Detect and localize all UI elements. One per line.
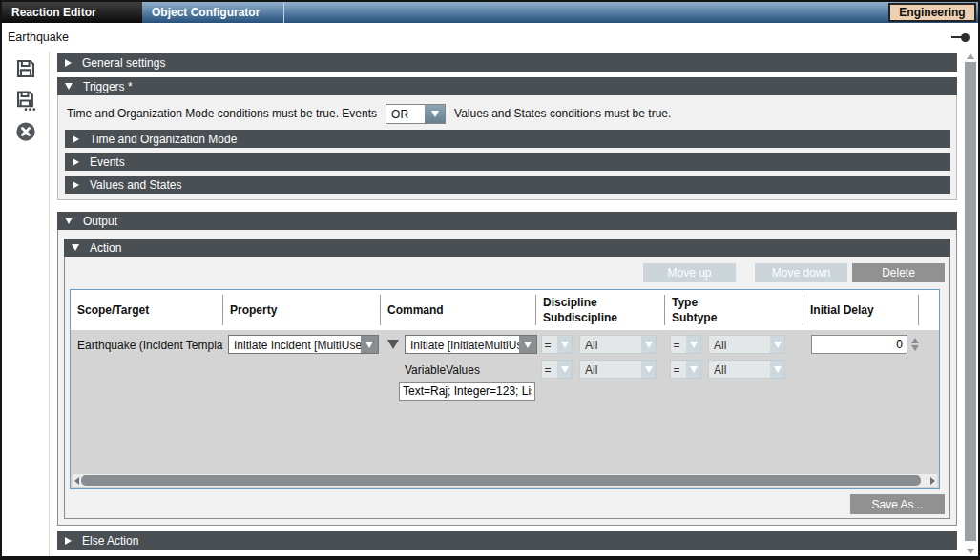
horizontal-scroll-thumb[interactable]	[81, 475, 921, 486]
dropdown-arrow-icon	[641, 361, 656, 378]
discard-button[interactable]	[14, 120, 37, 143]
section-header-values-and-states[interactable]: Values and States	[65, 176, 950, 194]
type-operator-dropdown[interactable]: =	[670, 335, 701, 354]
spinner-up-icon	[911, 338, 919, 343]
output-body: Action Move up Move down Delete Scope/Ta…	[57, 230, 957, 526]
command-dropdown[interactable]: Initiate [InitiateMultiUse	[405, 335, 537, 354]
floppy-disk-icon	[15, 58, 36, 79]
action-body: Move up Move down Delete Scope/Target	[64, 257, 950, 519]
dropdown-value: All	[580, 361, 641, 378]
section-header-else-action[interactable]: Else Action	[57, 531, 957, 550]
variable-type-value-dropdown[interactable]: All	[708, 360, 785, 379]
variable-values-input[interactable]	[399, 382, 535, 401]
discipline-operator-dropdown[interactable]: =	[541, 335, 573, 354]
tab-object-configurator[interactable]: Object Configurator	[142, 2, 284, 23]
column-header-filler	[919, 290, 939, 330]
command-expander-icon[interactable]	[387, 340, 399, 349]
trigger-condition-row: Time and Organization Mode conditions mu…	[67, 103, 950, 124]
section-label: Events	[90, 156, 125, 169]
move-down-button[interactable]: Move down	[755, 263, 847, 282]
dropdown-arrow-icon	[425, 105, 445, 123]
dropdown-value: All	[709, 336, 770, 353]
variable-discipline-value-dropdown[interactable]: All	[579, 360, 657, 379]
action-table-subrow: VariableValues = All	[71, 360, 939, 379]
section-label: Output	[83, 215, 117, 228]
vertical-scrollbar[interactable]	[963, 52, 978, 556]
section-label: Action	[90, 241, 121, 255]
horizontal-scrollbar[interactable]	[73, 474, 937, 487]
triangle-down-icon	[65, 83, 73, 90]
object-name: Earthquake	[8, 31, 69, 44]
dropdown-arrow-icon	[686, 336, 700, 353]
dropdown-arrow-icon	[686, 361, 700, 378]
variable-discipline-operator-dropdown[interactable]: =	[541, 360, 573, 379]
delete-button[interactable]: Delete	[852, 263, 945, 282]
action-table-row[interactable]: Earthquake (Incident Template) Initiate …	[71, 335, 939, 354]
dropdown-arrow-icon	[519, 336, 536, 353]
column-header-type: Type Subtype	[665, 290, 803, 330]
section-label: Else Action	[82, 534, 138, 548]
scroll-up-icon[interactable]	[967, 53, 974, 59]
events-operator-dropdown[interactable]: OR	[386, 104, 446, 124]
circle-x-icon	[15, 121, 36, 142]
section-label: Time and Organization Mode	[90, 133, 237, 146]
save-as-button[interactable]	[14, 89, 37, 112]
section-header-action[interactable]: Action	[64, 239, 950, 257]
property-dropdown[interactable]: Initiate Incident [MultiUse	[228, 335, 379, 354]
engineering-mode-button[interactable]: Engineering	[888, 3, 976, 22]
save-button[interactable]	[14, 57, 37, 80]
dropdown-value: =	[542, 336, 557, 353]
column-header-discipline: Discipline Subdiscipline	[536, 290, 665, 330]
section-header-triggers[interactable]: Triggers *	[57, 77, 957, 95]
variable-type-operator-dropdown[interactable]: =	[670, 360, 701, 379]
triangle-right-icon	[73, 135, 79, 143]
dropdown-arrow-icon	[641, 336, 656, 353]
save-as-action-button[interactable]: Save As...	[850, 494, 945, 514]
section-header-general-settings[interactable]: General settings	[57, 53, 957, 72]
condition-text-before: Time and Organization Mode conditions mu…	[67, 107, 377, 120]
content-area: General settings Triggers * Time and Org…	[2, 52, 978, 556]
tab-reaction-editor[interactable]: Reaction Editor	[2, 2, 142, 23]
tab-label: Object Configurator	[152, 6, 260, 19]
triangle-right-icon	[65, 537, 72, 545]
type-value-dropdown[interactable]: All	[708, 335, 785, 354]
triangle-down-icon	[72, 244, 79, 251]
dropdown-value: OR	[386, 105, 425, 123]
section-header-events[interactable]: Events	[65, 153, 950, 171]
scope-target-cell: Earthquake (Incident Template)	[71, 335, 223, 352]
triggers-body: Time and Organization Mode conditions mu…	[57, 95, 957, 200]
column-header-initial-delay: Initial Delay	[803, 290, 919, 330]
scroll-right-icon[interactable]	[930, 477, 935, 485]
initial-delay-input[interactable]	[811, 335, 907, 354]
pin-icon[interactable]	[951, 33, 970, 42]
column-header-command: Command	[381, 290, 536, 330]
column-header-scope-target: Scope/Target	[71, 290, 223, 330]
section-header-time-organization-mode[interactable]: Time and Organization Mode	[65, 130, 950, 148]
vertical-scroll-thumb[interactable]	[965, 62, 976, 541]
title-row: Earthquake	[2, 23, 978, 52]
scroll-left-icon[interactable]	[74, 477, 79, 485]
triangle-right-icon	[65, 59, 72, 67]
variable-values-label: VariableValues	[381, 360, 536, 377]
triangle-down-icon	[65, 218, 73, 224]
scroll-down-icon[interactable]	[967, 549, 974, 554]
tab-bar-spacer	[284, 2, 888, 23]
discipline-value-dropdown[interactable]: All	[579, 335, 657, 354]
dropdown-value: =	[671, 361, 686, 378]
dropdown-value: =	[542, 361, 557, 378]
initial-delay-spinner[interactable]	[908, 335, 921, 351]
section-label: Values and States	[90, 178, 182, 192]
floppy-disk-ellipsis-icon	[15, 90, 36, 111]
section-label: General settings	[82, 56, 165, 70]
left-toolbar	[2, 52, 50, 556]
move-up-button[interactable]: Move up	[643, 263, 736, 282]
tab-label: Reaction Editor	[11, 6, 96, 19]
action-table: Scope/Target Property Command	[70, 289, 940, 489]
condition-text-after: Values and States conditions must be tru…	[454, 107, 671, 120]
horizontal-scroll-track[interactable]	[81, 475, 928, 486]
section-label: Triggers *	[83, 80, 133, 93]
action-table-header: Scope/Target Property Command	[71, 290, 939, 330]
dropdown-value: All	[709, 361, 770, 378]
dropdown-arrow-icon	[361, 336, 378, 353]
section-header-output[interactable]: Output	[57, 212, 957, 230]
